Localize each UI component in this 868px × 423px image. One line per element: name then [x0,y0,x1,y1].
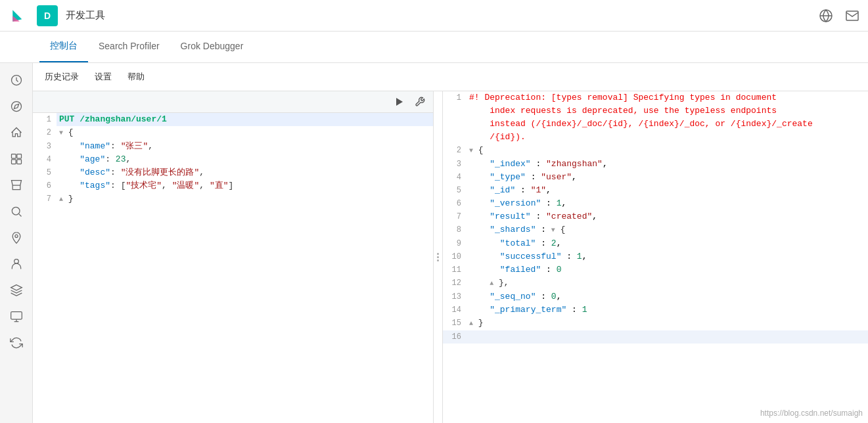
svg-rect-5 [11,154,16,159]
topbar: D 开发工具 [0,0,868,32]
panel-resizer[interactable] [434,91,443,423]
topbar-actions [818,8,860,24]
response-line: 4 "_type" : "user", [443,171,868,184]
console-toolbar: 历史记录 设置 帮助 [33,63,868,91]
svg-rect-6 [16,154,21,159]
response-line: 1 #! Deprecation: [types removal] Specif… [443,91,868,144]
editor-line: 2 ▼ { [33,126,433,140]
tab-search-profiler[interactable]: Search Profiler [88,31,170,62]
user-avatar: D [37,5,58,26]
globe-icon[interactable] [818,8,834,24]
response-panel: 1 #! Deprecation: [types removal] Specif… [443,91,868,423]
response-line: 10 "successful" : 1, [443,250,868,263]
svg-rect-8 [16,160,21,164]
svg-rect-11 [11,312,22,320]
request-panel: 1 PUT /zhangshan/user/1 2 ▼ { 3 "name": … [33,91,434,423]
panel-header [33,91,433,113]
response-line: 2 ▼ { [443,144,868,158]
svg-point-10 [14,259,18,264]
editor-line: 1 PUT /zhangshan/user/1 [33,113,433,126]
tab-grok-debugger[interactable]: Grok Debugger [170,31,254,62]
response-line: 15 ▲ } [443,317,868,330]
response-line: 12 ▲ }, [443,277,868,290]
main-container: 历史记录 设置 帮助 1 P [0,63,868,423]
help-button[interactable]: 帮助 [126,68,146,85]
response-editor: 1 #! Deprecation: [types removal] Specif… [443,91,868,423]
response-line: 9 "total" : 2, [443,237,868,250]
sidebar-item-layers[interactable] [5,278,28,302]
request-editor[interactable]: 1 PUT /zhangshan/user/1 2 ▼ { 3 "name": … [33,113,433,423]
editor-area: 1 PUT /zhangshan/user/1 2 ▼ { 3 "name": … [33,91,868,423]
response-line: 13 "_seq_no" : 0, [443,290,868,303]
watermark: https://blog.csdn.net/sumaigh [760,409,863,418]
sidebar-item-analyze[interactable] [5,200,28,223]
response-line: 7 "result" : "created", [443,210,868,223]
page-title: 开发工具 [66,9,810,22]
sidebar-item-tag[interactable] [5,147,28,171]
tabbar: 控制台 Search Profiler Grok Debugger [0,32,868,63]
wrench-icon[interactable] [412,94,428,110]
sidebar-item-person[interactable] [5,252,28,276]
editor-line: 3 "name": "张三", [33,140,433,153]
sidebar-item-refresh[interactable] [5,331,28,355]
sidebar-item-pin[interactable] [5,226,28,250]
sidebar-item-compass[interactable] [5,95,28,118]
mail-icon[interactable] [844,8,860,24]
response-line: 16 [443,330,868,344]
sidebar-item-clock[interactable] [5,68,28,92]
svg-rect-2 [846,11,858,20]
run-icon[interactable] [391,94,407,110]
sidebar-item-shop[interactable] [5,173,28,197]
sidebar-item-home[interactable] [5,121,28,145]
sidebar-item-monitor[interactable] [5,305,28,328]
response-line: 5 "_id" : "1", [443,184,868,197]
editor-line: 7 ▲ } [33,192,433,206]
content-area: 历史记录 设置 帮助 1 P [33,63,868,423]
editor-line: 6 "tags": ["技术宅", "温暖", "直"] [33,179,433,192]
settings-button[interactable]: 设置 [93,68,113,85]
editor-line: 5 "desc": "没有比脚更长的路", [33,166,433,179]
svg-marker-12 [396,98,403,106]
kibana-logo [8,5,29,26]
tab-console[interactable]: 控制台 [39,31,88,62]
sidebar [0,63,33,423]
response-line: 3 "_index" : "zhangshan", [443,158,868,171]
response-line: 14 "_primary_term" : 1 [443,303,868,317]
svg-rect-7 [11,160,16,164]
history-button[interactable]: 历史记录 [43,68,80,85]
response-line: 6 "_version" : 1, [443,197,868,210]
response-line: 8 "_shards" : ▼ { [443,223,868,237]
response-line: 11 "failed" : 0 [443,263,868,277]
svg-point-9 [12,207,20,215]
svg-point-4 [11,102,21,112]
editor-line: 4 "age": 23, [33,153,433,166]
